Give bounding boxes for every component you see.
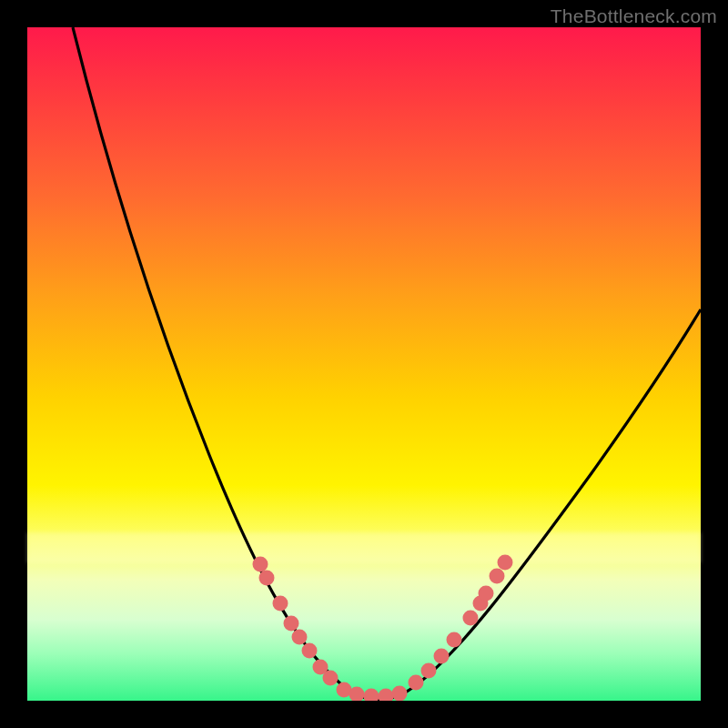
data-point (259, 571, 275, 586)
data-point (479, 586, 494, 602)
data-point (392, 686, 408, 702)
data-point (409, 675, 424, 691)
data-point (292, 630, 308, 645)
watermark-text: TheBottleneck.com (551, 5, 717, 27)
data-point (302, 643, 318, 659)
data-point (434, 649, 450, 664)
data-point (498, 555, 513, 571)
data-point (463, 611, 479, 626)
data-point (253, 557, 268, 572)
data-point (421, 663, 437, 679)
plot-area (27, 27, 701, 701)
v-curve (73, 27, 701, 700)
data-point (379, 689, 394, 702)
data-point (490, 569, 505, 584)
data-point (447, 632, 462, 648)
data-point (364, 689, 379, 702)
data-point (284, 616, 299, 632)
data-point (273, 596, 288, 612)
data-point (323, 671, 339, 686)
curve-layer (27, 27, 701, 701)
chart-stage: TheBottleneck.com (0, 0, 728, 728)
